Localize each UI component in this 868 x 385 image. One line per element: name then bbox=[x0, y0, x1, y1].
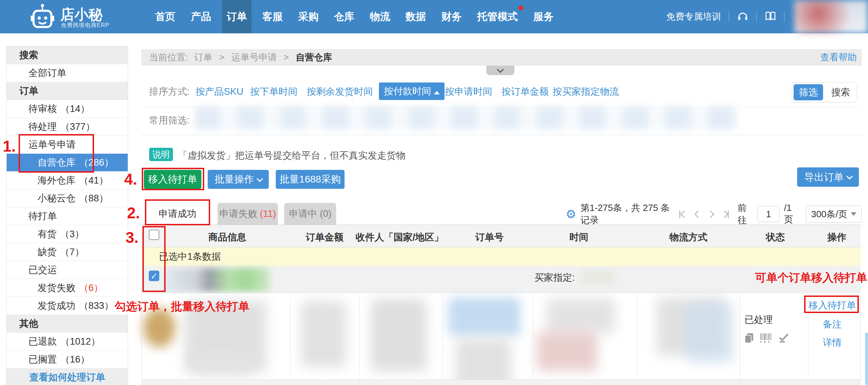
first-page-icon[interactable] bbox=[676, 210, 690, 219]
sidebar-item-pending-review[interactable]: 待审核（14） bbox=[7, 100, 128, 118]
filter-toggle-button[interactable]: 筛选 bbox=[794, 84, 823, 100]
tab-applying[interactable]: 申请中 (0) bbox=[284, 203, 336, 225]
row-checkbox-checked[interactable]: ✓ bbox=[149, 271, 159, 281]
nav-item-logistics[interactable]: 物流 bbox=[365, 0, 395, 33]
prev-page-icon[interactable] bbox=[690, 210, 705, 219]
sidebar-header-other: 其他 bbox=[7, 315, 128, 333]
count: （7） bbox=[60, 247, 84, 257]
help-link[interactable]: 查看帮助 bbox=[820, 49, 857, 66]
nav-item-finance[interactable]: 财务 bbox=[437, 0, 466, 33]
column-divider bbox=[290, 293, 291, 380]
nav-item-products[interactable]: 产品 bbox=[186, 0, 216, 33]
sort-by-sku[interactable]: 按产品SKU bbox=[195, 85, 243, 98]
search-toggle-button[interactable]: 搜索 bbox=[826, 84, 855, 100]
training-link[interactable]: 免费专属培训 bbox=[666, 11, 721, 23]
sidebar-item-pending-process[interactable]: 待处理（377） bbox=[7, 118, 128, 136]
sidebar-item-waybill-apply[interactable]: 运单号申请 bbox=[7, 136, 128, 154]
sidebar-item-in-stock[interactable]: 有货（3） bbox=[7, 225, 128, 243]
tab-apply-failed[interactable]: 申请失败 (11) bbox=[218, 203, 278, 225]
page-number-input[interactable] bbox=[757, 206, 780, 222]
sidebar-item-all-orders[interactable]: 全部订单 bbox=[7, 64, 128, 82]
last-page-icon[interactable] bbox=[719, 210, 733, 219]
column-status: 状态 bbox=[766, 231, 785, 244]
buyer-specified-label: 买家指定: bbox=[534, 271, 575, 284]
nav-item-hosting-mode[interactable]: 托管模式 bbox=[473, 0, 522, 33]
sidebar-item-out-of-stock[interactable]: 缺货（7） bbox=[7, 243, 128, 261]
chevron-down-icon bbox=[256, 175, 263, 182]
column-divider bbox=[637, 293, 637, 380]
blurred-text bbox=[301, 301, 346, 367]
nav-item-purchasing[interactable]: 采购 bbox=[294, 0, 323, 33]
barcode-icon[interactable] bbox=[760, 333, 773, 345]
column-recipient: 收件人「国家/地区」 bbox=[356, 231, 444, 244]
per-page-select[interactable]: 300条/页 bbox=[806, 206, 862, 223]
count: （88） bbox=[79, 193, 108, 204]
nav-item-warehouse[interactable]: 仓库 bbox=[329, 0, 359, 33]
order-sidebar: 搜索 全部订单 订单 待审核（14） 待处理（377） 运单号申请 自营仓库（2… bbox=[6, 46, 128, 385]
select-all-checkbox[interactable] bbox=[149, 230, 159, 240]
label: 待审核 bbox=[28, 104, 57, 114]
move-to-print-button[interactable]: 移入待打单 bbox=[144, 170, 201, 189]
sort-by-apply-time[interactable]: 按申请时间 bbox=[445, 85, 492, 98]
next-row-edge bbox=[141, 380, 861, 385]
manual-book-icon[interactable] bbox=[764, 10, 776, 24]
sidebar-item-xiaomi-cloud-warehouse[interactable]: 小秘云仓（88） bbox=[7, 190, 128, 207]
row-status: 已处理 bbox=[745, 313, 773, 326]
filter-search-toggle: 筛选 搜索 bbox=[792, 82, 857, 102]
column-divider bbox=[442, 293, 443, 380]
blurred-filter-pills[interactable] bbox=[195, 106, 739, 130]
export-orders-button[interactable]: 导出订单 bbox=[797, 167, 859, 187]
sidebar-item-overseas-warehouse[interactable]: 海外仓库（41） bbox=[7, 172, 128, 190]
nav-item-services[interactable]: 服务 bbox=[529, 0, 558, 33]
batch-operations-button[interactable]: 批量操作 bbox=[208, 170, 269, 189]
count: （14） bbox=[60, 104, 90, 114]
tab-apply-success[interactable]: 申请成功 (275) bbox=[147, 203, 208, 225]
sidebar-item-ship-failed[interactable]: 发货失败（6） bbox=[7, 279, 128, 297]
sidebar-item-shipped[interactable]: 已交运 bbox=[7, 261, 128, 279]
blurred-product-info bbox=[165, 268, 270, 291]
count: （3） bbox=[60, 229, 84, 239]
next-page-icon[interactable] bbox=[705, 210, 719, 219]
row-note-link[interactable]: 备注 bbox=[823, 318, 842, 331]
breadcrumb-waybill-apply[interactable]: 运单号申请 bbox=[231, 52, 277, 62]
gear-icon[interactable]: ⚙ bbox=[566, 207, 576, 221]
sidebar-help-link[interactable]: 查看如何处理订单 bbox=[7, 369, 128, 385]
pager-arrows bbox=[676, 210, 733, 219]
column-product-info: 商品信息 bbox=[208, 231, 246, 244]
sort-by-buyer-logistics[interactable]: 按买家指定物流 bbox=[553, 85, 619, 98]
breadcrumb-orders[interactable]: 订单 bbox=[194, 52, 212, 62]
sidebar-header-orders: 订单 bbox=[7, 82, 128, 100]
row-move-to-print-link[interactable]: 移入待打单 bbox=[809, 299, 856, 312]
label: 发货成功 bbox=[38, 300, 75, 311]
batch-1688-purchase-button[interactable]: 批量1688采购 bbox=[276, 170, 345, 189]
count: (0) bbox=[320, 208, 332, 219]
nav-item-home[interactable]: 首页 bbox=[151, 0, 180, 33]
headset-icon[interactable] bbox=[737, 10, 749, 24]
chevron-down-icon bbox=[497, 66, 504, 73]
breadcrumb-separator: > bbox=[283, 52, 289, 62]
blurred-user-account[interactable] bbox=[794, 0, 868, 33]
sort-by-remaining-ship-time[interactable]: 按剩余发货时间 bbox=[307, 85, 373, 98]
sort-by-payment-time[interactable]: 按付款时间 bbox=[379, 82, 445, 100]
sort-by-order-time[interactable]: 按下单时间 bbox=[250, 85, 298, 98]
sidebar-item-on-hold[interactable]: 已搁置（16） bbox=[7, 351, 128, 369]
label: 已搁置 bbox=[28, 354, 57, 365]
row-detail-link[interactable]: 详情 bbox=[823, 336, 842, 349]
sidebar-item-ship-success[interactable]: 发货成功（833） bbox=[7, 297, 128, 315]
sidebar-item-own-warehouse[interactable]: 自营仓库（286） bbox=[7, 154, 128, 172]
vertical-scrollbar-thumb[interactable] bbox=[865, 333, 868, 385]
label: 有货 bbox=[38, 229, 56, 239]
nav-item-customer-service[interactable]: 客服 bbox=[258, 0, 287, 33]
checkmark-icon[interactable] bbox=[778, 332, 789, 345]
page-total: /1 页 bbox=[784, 203, 800, 226]
sidebar-item-pending-print[interactable]: 待打单 bbox=[7, 207, 128, 225]
selection-info-text: 已选中1条数据 bbox=[159, 251, 221, 262]
column-order-number: 订单号 bbox=[475, 231, 504, 244]
count: （6） bbox=[79, 283, 103, 293]
sidebar-item-refunded[interactable]: 已退款（1012） bbox=[7, 333, 128, 351]
collapse-panel-button[interactable] bbox=[486, 66, 514, 75]
nav-item-data[interactable]: 数据 bbox=[401, 0, 430, 33]
document-copy-icon[interactable] bbox=[744, 333, 754, 345]
nav-item-orders[interactable]: 订单 bbox=[222, 0, 252, 33]
sort-by-order-amount[interactable]: 按订单金额 bbox=[501, 85, 549, 98]
